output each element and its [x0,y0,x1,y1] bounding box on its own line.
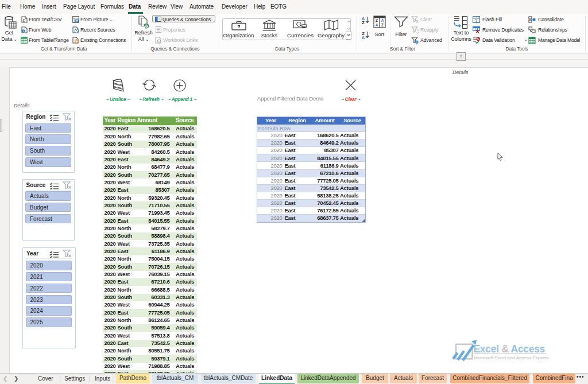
svg-text:Z: Z [376,18,378,22]
svg-text:A: A [362,35,365,40]
svg-text:Z: Z [381,23,384,27]
svg-text:A: A [381,18,384,22]
svg-text:A: A [376,23,378,27]
svg-text:Excel & Access: Excel & Access [474,343,546,355]
svg-text:Z: Z [362,20,365,25]
svg-text:Microsoft Excel and Access Exp: Microsoft Excel and Access Experts [474,355,549,360]
